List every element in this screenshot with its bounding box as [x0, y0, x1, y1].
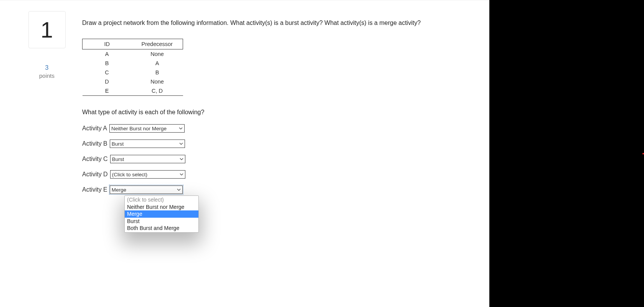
dropdown-option[interactable]: (Click to select)	[125, 196, 198, 204]
content-area: 1 3 points Draw a project network from t…	[0, 0, 489, 307]
select-value: Neither Burst nor Merge	[111, 126, 167, 131]
answer-row-b: Activity B Burst	[82, 140, 478, 148]
chevron-down-icon	[180, 157, 183, 161]
chevron-down-icon	[179, 126, 183, 130]
answer-label: Activity A	[82, 125, 107, 132]
answer-row-c: Activity C Burst	[82, 155, 478, 163]
activity-e-dropdown[interactable]: (Click to select) Neither Burst nor Merg…	[124, 195, 199, 233]
activity-d-select[interactable]: (Click to select)	[110, 170, 185, 179]
activity-a-select[interactable]: Neither Burst nor Merge	[109, 124, 185, 133]
dropdown-option[interactable]: Both Burst and Merge	[125, 225, 198, 232]
table-row: C B	[83, 68, 183, 77]
answer-label: Activity E	[82, 186, 107, 193]
points-value: 3	[39, 64, 54, 72]
cell-pred: C, D	[132, 86, 183, 96]
table-row: D None	[83, 77, 183, 86]
answer-row-d: Activity D (Click to select)	[82, 170, 478, 179]
chevron-down-icon	[177, 188, 181, 192]
question-prompt: Draw a project network from the followin…	[82, 19, 478, 27]
select-value: Burst	[112, 141, 124, 147]
points-block: 3 points	[39, 64, 54, 80]
cell-pred: B	[132, 68, 183, 77]
cell-id: E	[83, 86, 132, 96]
answer-row-e: Activity E Merge	[82, 186, 478, 194]
cell-pred: None	[132, 77, 183, 86]
select-value: (Click to select)	[112, 172, 147, 177]
cell-id: A	[83, 49, 132, 59]
cell-pred: A	[132, 59, 183, 68]
dropdown-option[interactable]: Neither Burst nor Merge	[125, 204, 198, 211]
chevron-down-icon	[180, 172, 183, 176]
answer-label: Activity B	[82, 140, 107, 147]
select-value: Burst	[112, 156, 124, 162]
black-sidebar	[489, 0, 644, 307]
table-row: A None	[83, 49, 183, 59]
question-main: Draw a project network from the followin…	[82, 11, 478, 201]
question-number-box: 1	[28, 11, 66, 48]
question-number: 1	[41, 17, 53, 43]
answer-row-a: Activity A Neither Burst nor Merge	[82, 124, 478, 133]
answer-label: Activity D	[82, 171, 108, 178]
cell-id: D	[83, 77, 132, 86]
cell-id: C	[83, 68, 132, 77]
activity-e-select[interactable]: Merge	[110, 186, 183, 194]
table-row: E C, D	[83, 86, 183, 96]
table-header-pred: Predecessor	[132, 39, 183, 49]
table-header-id: ID	[83, 39, 132, 49]
predecessor-table: ID Predecessor A None B A	[82, 39, 183, 96]
activity-b-select[interactable]: Burst	[110, 140, 185, 148]
answer-label: Activity C	[82, 156, 108, 163]
page-wrap: 1 3 points Draw a project network from t…	[0, 0, 644, 307]
chevron-down-icon	[179, 142, 183, 146]
dropdown-option[interactable]: Burst	[125, 218, 198, 225]
question-container: 1 3 points Draw a project network from t…	[0, 0, 489, 201]
red-dot-icon	[642, 153, 644, 154]
cell-id: B	[83, 59, 132, 68]
select-value: Merge	[112, 187, 126, 193]
activity-c-select[interactable]: Burst	[110, 155, 185, 163]
question-sidebar: 1 3 points	[12, 11, 82, 80]
table-row: B A	[83, 59, 183, 68]
question-subprompt: What type of activity is each of the fol…	[82, 109, 478, 116]
dropdown-option[interactable]: Merge	[125, 210, 198, 218]
points-label: points	[39, 72, 54, 80]
cell-pred: None	[132, 49, 183, 59]
